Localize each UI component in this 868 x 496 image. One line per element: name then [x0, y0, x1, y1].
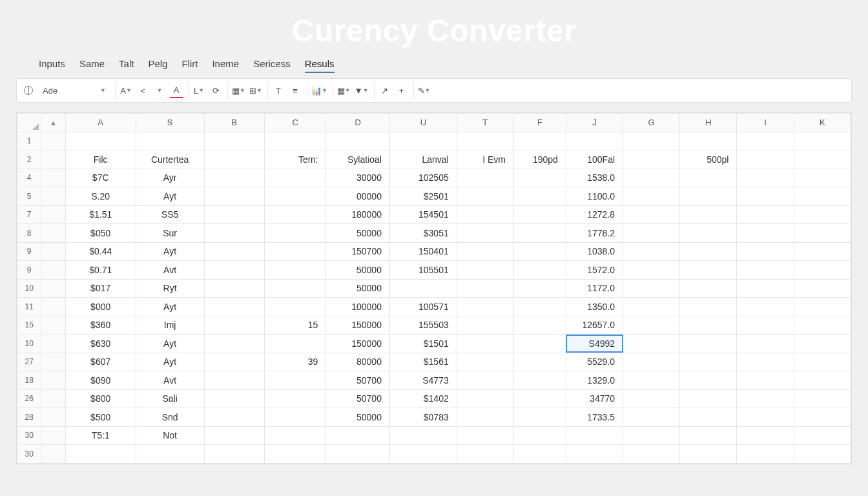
cell[interactable]	[513, 242, 566, 261]
cell[interactable]	[513, 224, 566, 243]
cell[interactable]: I Evm	[457, 150, 513, 169]
cell[interactable]	[513, 132, 566, 150]
cell[interactable]	[457, 298, 513, 316]
cell[interactable]: Ayt	[136, 298, 204, 316]
cell[interactable]	[65, 445, 136, 464]
cell[interactable]	[680, 389, 737, 408]
cell[interactable]	[737, 335, 794, 353]
cell[interactable]: 12657.0	[566, 316, 623, 335]
cell[interactable]	[389, 426, 457, 445]
cell[interactable]: 100000	[326, 298, 390, 316]
cell[interactable]	[264, 261, 326, 280]
cell[interactable]: Ayt	[136, 187, 204, 206]
cell[interactable]	[204, 261, 264, 280]
cell[interactable]	[794, 150, 851, 169]
row-number[interactable]: 28	[17, 408, 41, 427]
cell[interactable]	[737, 316, 794, 335]
cell[interactable]: 1572.0	[566, 261, 623, 280]
tab-sericess[interactable]: Sericess	[253, 58, 291, 73]
cell[interactable]	[513, 298, 566, 316]
cell[interactable]	[204, 335, 264, 353]
cell[interactable]	[457, 408, 513, 427]
cell[interactable]	[513, 316, 566, 335]
cell[interactable]	[623, 205, 680, 224]
cell[interactable]	[737, 279, 794, 298]
cell[interactable]	[623, 132, 680, 150]
merge-button[interactable]: ⊞ ▼	[249, 83, 262, 98]
column-header-K[interactable]: K	[794, 114, 851, 132]
cell[interactable]	[794, 132, 851, 150]
cell[interactable]: 150401	[389, 242, 457, 261]
column-header-I[interactable]: I	[737, 114, 794, 132]
cell[interactable]: $500	[65, 408, 136, 427]
cell[interactable]	[389, 279, 457, 298]
cell[interactable]	[457, 242, 513, 261]
cell[interactable]	[389, 132, 457, 150]
cell[interactable]	[680, 205, 737, 224]
font-color-button[interactable]: A	[170, 83, 183, 98]
cell[interactable]	[204, 426, 264, 445]
row-number[interactable]: 7	[17, 205, 41, 224]
cell[interactable]: 1538.0	[566, 169, 623, 187]
cell[interactable]	[623, 150, 680, 169]
select-all-corner[interactable]	[17, 114, 41, 132]
cell[interactable]	[65, 132, 136, 150]
cell[interactable]	[566, 445, 623, 464]
row-number[interactable]: 9	[17, 242, 41, 261]
table-button[interactable]: ▦ ▼	[232, 83, 245, 98]
cell[interactable]: Sali	[136, 389, 204, 408]
cell[interactable]	[204, 298, 264, 316]
cell[interactable]	[457, 445, 513, 464]
cell[interactable]: $0.71	[65, 261, 136, 280]
cell[interactable]: 00000	[326, 187, 390, 206]
cell[interactable]	[680, 187, 737, 206]
cell[interactable]: 150700	[326, 242, 390, 261]
increase-button[interactable]: ▼	[153, 83, 166, 98]
cell[interactable]: $000	[65, 298, 136, 316]
cell[interactable]: $2501	[389, 187, 457, 206]
cell[interactable]	[737, 150, 794, 169]
cell[interactable]: $1561	[389, 353, 457, 371]
cell[interactable]	[737, 132, 794, 150]
cell[interactable]: 5529.0	[566, 353, 623, 371]
column-header-S[interactable]: S	[136, 114, 204, 132]
tab-same[interactable]: Same	[79, 58, 105, 73]
cell[interactable]	[204, 279, 264, 298]
row-number[interactable]: 10	[17, 335, 41, 353]
cell[interactable]	[264, 242, 326, 261]
cell[interactable]: 500pl	[680, 150, 737, 169]
cell[interactable]	[204, 169, 264, 187]
cell[interactable]	[794, 389, 851, 408]
column-header-A[interactable]: A	[65, 114, 136, 132]
cell[interactable]	[264, 298, 326, 316]
filter-corner[interactable]: ▲	[41, 114, 65, 132]
rotate-button[interactable]: ⟳	[209, 83, 222, 98]
cell[interactable]: 39	[264, 353, 326, 371]
cell[interactable]	[737, 408, 794, 427]
cell[interactable]	[204, 408, 264, 427]
cell[interactable]	[794, 335, 851, 353]
cell[interactable]	[794, 187, 851, 206]
cell[interactable]	[737, 298, 794, 316]
cell[interactable]	[513, 205, 566, 224]
cell[interactable]	[794, 445, 851, 464]
cell[interactable]: S4992	[566, 335, 623, 353]
cell[interactable]	[513, 371, 566, 390]
cell[interactable]	[204, 371, 264, 390]
cell[interactable]	[513, 169, 566, 187]
cell[interactable]: $360	[65, 316, 136, 335]
cell[interactable]	[513, 335, 566, 353]
row-number[interactable]: 27	[17, 353, 41, 371]
cell[interactable]	[204, 150, 264, 169]
cell[interactable]	[204, 353, 264, 371]
cell[interactable]	[794, 316, 851, 335]
cell[interactable]	[623, 316, 680, 335]
row-number[interactable]: 15	[17, 316, 41, 335]
cell[interactable]	[136, 132, 204, 150]
cell[interactable]	[680, 408, 737, 427]
cell[interactable]	[794, 242, 851, 261]
row-number[interactable]: 2	[17, 150, 41, 169]
cell[interactable]	[737, 261, 794, 280]
cell[interactable]	[457, 426, 513, 445]
cell[interactable]	[457, 187, 513, 206]
